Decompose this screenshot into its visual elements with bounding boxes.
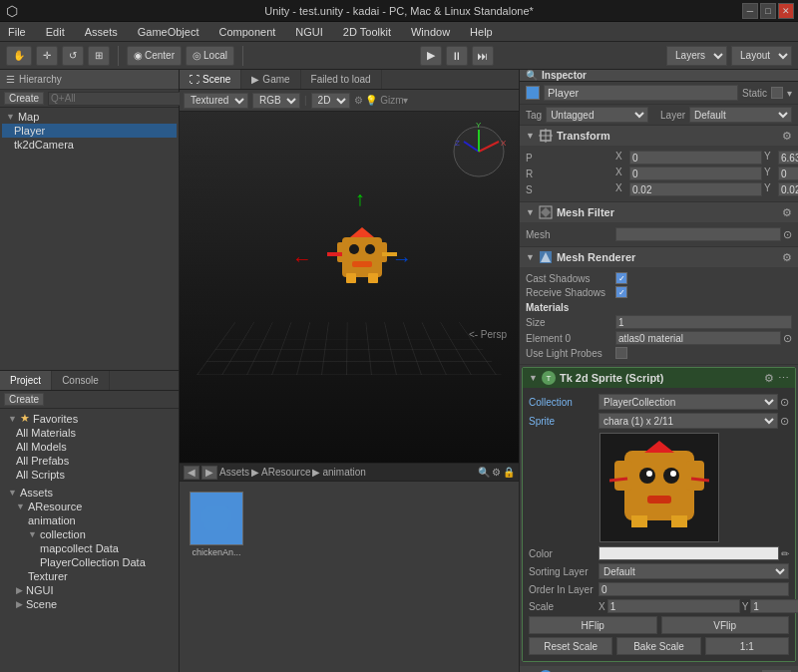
lightprobes-checkbox[interactable] [615,347,627,359]
object-active-checkbox[interactable] [526,86,540,100]
color-swatch[interactable] [598,546,779,560]
mesh-renderer-header[interactable]: ▼ Mesh Renderer ⚙ [520,247,798,267]
transform-header[interactable]: ▼ Transform ⚙ [520,126,798,146]
tree-collection[interactable]: ▼ collection [4,527,175,541]
fav-all-materials[interactable]: All Materials [4,426,175,440]
hierarchy-create-button[interactable]: Create [4,92,44,105]
step-button[interactable]: ⏭ [472,46,494,66]
tab-game[interactable]: ▶ Game [241,70,300,89]
tab-project[interactable]: Project [0,371,52,390]
nav-back-button[interactable]: ◀ [184,466,200,480]
favorites-header[interactable]: ▼ ★ Favorites [4,411,175,426]
menu-file[interactable]: File [4,25,30,39]
fav-all-models[interactable]: All Models [4,440,175,454]
sprite-select[interactable]: chara (1) x 2/11 [598,413,778,429]
play-button[interactable]: ▶ [420,46,442,66]
bake-scale-button[interactable]: Bake Scale [616,637,700,655]
layer-select[interactable]: Default [689,107,792,123]
vflip-button[interactable]: VFlip [661,616,790,634]
receive-shadows-checkbox[interactable]: ✓ [615,286,627,298]
tree-animation[interactable]: animation [4,513,175,527]
menu-window[interactable]: Window [407,25,454,39]
search-icon[interactable]: 🔍 [478,467,490,478]
tree-texturer[interactable]: Texturer [4,569,175,583]
tab-console[interactable]: Console [52,371,110,390]
pos-y[interactable] [778,151,798,165]
rot-y[interactable] [778,167,798,180]
tree-playercollection[interactable]: PlayerCollection Data [4,555,175,569]
hierarchy-item-map[interactable]: ▼ Map [2,110,177,124]
object-name-input[interactable] [544,85,738,101]
tk2d-header[interactable]: ▼ T Tk 2d Sprite (Script) ⚙ ⋯ [523,368,795,388]
meshfilter-settings-icon[interactable]: ⚙ [782,206,792,219]
maximize-button[interactable]: □ [760,3,776,19]
scale-x[interactable] [629,182,762,196]
nav-forward-button[interactable]: ▶ [201,466,217,480]
tag-select[interactable]: Untagged [546,107,648,123]
tree-mapcollect[interactable]: mapcollect Data [4,541,175,555]
layers-dropdown[interactable]: Layers [666,46,727,66]
pos-x[interactable] [629,151,762,165]
menu-component[interactable]: Component [214,25,279,39]
tk2d-sy[interactable] [750,599,798,613]
mesh-input[interactable] [615,227,781,241]
scene-viewport[interactable]: ↑ ← → X Z Y <- Persp [180,112,519,463]
scale-y[interactable] [778,182,798,196]
settings-icon[interactable]: ⚙ [492,467,501,478]
sprite-select-icon[interactable]: ⊙ [780,415,789,428]
collection-select[interactable]: PlayerCollection [598,394,778,410]
tree-ngui[interactable]: ▶ NGUI [4,583,175,597]
reset-scale-button[interactable]: Reset Scale [529,637,612,655]
collection-select-icon[interactable]: ⊙ [780,396,789,409]
cast-shadows-checkbox[interactable]: ✓ [615,272,627,284]
meshrenderer-settings-icon[interactable]: ⚙ [782,251,792,264]
asset-item-chicken[interactable]: chickenAn... [188,490,245,559]
menu-help[interactable]: Help [466,25,497,39]
hierarchy-item-player[interactable]: Player [2,124,177,138]
menu-gameobject[interactable]: GameObject [134,25,203,39]
hand-tool[interactable]: ✋ [6,46,32,66]
size-input[interactable] [615,315,792,329]
ratio-button[interactable]: 1:1 [705,637,789,655]
scene-2d-dropdown[interactable]: 2D [311,93,350,109]
tree-scene[interactable]: ▶ Scene [4,597,175,611]
tree-aresource[interactable]: ▼ AResource [4,500,175,513]
pause-button[interactable]: ⏸ [446,46,468,66]
menu-ngui[interactable]: NGUI [291,25,327,39]
scene-mode-dropdown[interactable]: Textured [184,93,248,109]
assets-root[interactable]: ▼ Assets [4,486,175,500]
center-button[interactable]: ◉ Center [127,46,182,66]
sorting-select[interactable]: Default [598,563,789,579]
transform-settings-icon[interactable]: ⚙ [782,130,792,143]
rot-x[interactable] [629,167,762,180]
layout-dropdown[interactable]: Layout [731,46,792,66]
minimize-button[interactable]: ─ [742,3,758,19]
tk2d-settings-icon[interactable]: ⚙ [764,372,774,385]
order-input[interactable] [598,582,789,596]
tk2d-sx[interactable] [607,599,740,613]
dropdown-arrow-static[interactable]: ▾ [787,88,792,99]
scene-rgb-dropdown[interactable]: RGB [252,93,300,109]
tk2d-menu-icon[interactable]: ⋯ [778,372,789,385]
mesh-filter-header[interactable]: ▼ Mesh Filter ⚙ [520,202,798,222]
move-tool[interactable]: ✛ [36,46,58,66]
fav-all-scripts[interactable]: All Scripts [4,468,175,482]
menu-assets[interactable]: Assets [81,25,122,39]
close-button[interactable]: ✕ [778,3,794,19]
menu-2dtoolkit[interactable]: 2D Toolkit [339,25,395,39]
element0-select-icon[interactable]: ⊙ [783,332,792,345]
mesh-select-icon[interactable]: ⊙ [783,228,792,241]
menu-edit[interactable]: Edit [42,25,69,39]
project-create-button[interactable]: Create [4,393,44,406]
element0-input[interactable] [615,331,781,345]
scale-tool[interactable]: ⊞ [88,46,110,66]
tab-scene[interactable]: ⛶ Scene [180,70,241,89]
color-picker-icon[interactable]: ✏ [781,548,789,559]
hierarchy-search-input[interactable] [48,92,181,106]
tab-failed[interactable]: Failed to load [301,70,382,89]
local-button[interactable]: ◎ Local [186,46,234,66]
lock-icon[interactable]: 🔒 [503,467,515,478]
rotate-tool[interactable]: ↺ [62,46,84,66]
static-checkbox[interactable] [771,87,783,99]
hflip-button[interactable]: HFlip [529,616,657,634]
